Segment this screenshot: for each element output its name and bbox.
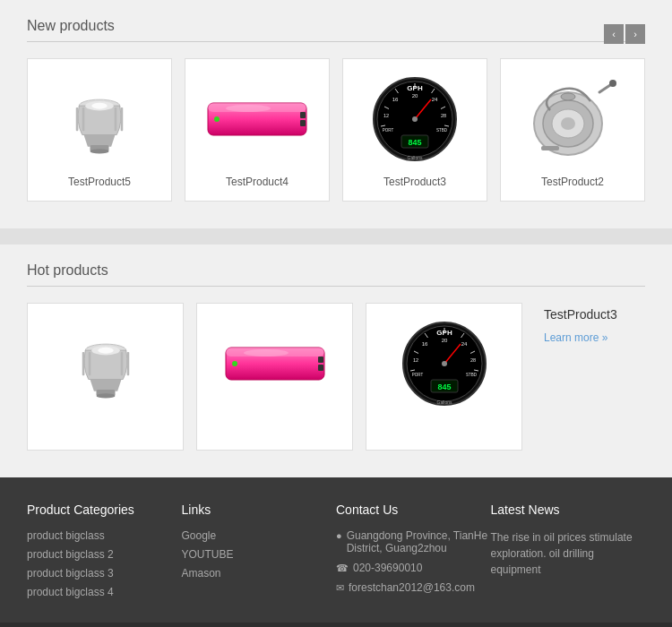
svg-point-13 [214,116,220,122]
category-item-4[interactable]: product bigclass 4 [27,586,182,598]
footer-categories: Product Categories product bigclass prod… [27,502,182,605]
hot-product-image-pink [204,314,345,413]
email-icon: ✉ [336,582,344,594]
svg-text:STBD: STBD [436,128,448,133]
footer-categories-list: product bigclass product bigclass 2 prod… [27,529,182,598]
svg-rect-4 [82,107,85,131]
svg-point-8 [90,149,109,153]
svg-text:PORT: PORT [383,128,394,133]
phone-icon: ☎ [336,563,349,574]
hot-product-image-led [35,314,176,413]
svg-rect-57 [318,365,323,371]
new-products-row: ‹ › [27,58,645,202]
product-card-2[interactable]: TestProduct4 [185,58,330,202]
product-name-2: TestProduct4 [226,176,289,188]
svg-rect-11 [300,112,306,118]
category-item-3[interactable]: product bigclass 3 [27,567,182,580]
footer-news-title: Latest News [491,502,646,517]
nav-buttons: ‹ › [604,24,645,44]
hot-products-section: Hot products [0,245,672,477]
svg-text:12: 12 [412,357,418,363]
section-divider [0,228,672,245]
product-image-gauge: GPH 20 24 16 28 [350,70,479,168]
svg-text:20: 20 [412,93,418,99]
prev-button[interactable]: ‹ [604,24,624,44]
footer-news: Latest News The rise in oil prices stimu… [491,502,646,605]
svg-text:20: 20 [441,338,447,343]
contact-address-text: Guangdong Province, TianHe District, Gua… [347,529,491,554]
svg-text:845: 845 [408,138,421,147]
hot-products-row: GPH 20 24 16 28 12 PORT [27,303,645,451]
location-icon: ● [336,530,342,541]
new-products-title: New products [27,18,645,42]
bottom-bar: CopyRight 2017 All Right Reserved Jchenc… [0,623,672,627]
svg-text:16: 16 [392,97,399,102]
footer-news-text: The rise in oil prices stimulate explora… [491,529,646,578]
footer-links-title: Links [182,502,337,517]
svg-point-14 [226,105,271,112]
footer-columns: Product Categories product bigclass prod… [27,502,645,605]
svg-text:16: 16 [421,341,427,347]
svg-point-42 [561,117,575,130]
footer: Product Categories product bigclass prod… [0,477,672,623]
svg-point-53 [96,393,115,398]
product-image-reel [508,70,637,168]
footer-contact-title: Contact Us [336,502,491,517]
hot-products-title: Hot products [27,262,645,287]
svg-point-38 [609,80,616,87]
svg-point-2 [91,103,108,109]
learn-more-link[interactable]: Learn more » [544,331,607,344]
link-item-amazon[interactable]: Amason [182,567,337,580]
hot-product-card-1[interactable] [27,303,184,451]
category-item-2[interactable]: product bigclass 2 [27,548,182,561]
product-name-1: TestProduct5 [68,176,131,188]
product-name-3: TestProduct3 [383,176,446,188]
svg-text:STBD: STBD [465,373,477,377]
svg-rect-48 [82,352,84,375]
svg-point-58 [232,361,237,366]
hot-product-image-gauge: GPH 20 24 16 28 12 PORT [374,314,514,413]
svg-rect-51 [126,352,129,375]
link-item-google[interactable]: Google [182,529,337,542]
footer-links-list: Google YOUTUBE Amason [182,529,337,580]
hot-product-card-2[interactable] [196,303,353,451]
contact-email: ✉ forestchan2012@163.com [336,581,491,594]
svg-text:24: 24 [461,341,467,347]
svg-rect-12 [300,120,306,126]
svg-rect-6 [121,107,124,131]
contact-address: ● Guangdong Province, TianHe District, G… [336,529,491,554]
svg-text:PORT: PORT [411,373,423,377]
svg-point-47 [98,348,114,354]
hot-product-featured-info: TestProduct3 Learn more » [535,303,645,344]
svg-rect-49 [88,352,90,375]
svg-text:Gallons: Gallons [408,155,423,160]
next-button[interactable]: › [625,24,645,44]
product-name-4: TestProduct2 [541,176,604,188]
contact-email-text: forestchan2012@163.com [349,581,475,594]
contact-phone-text: 020-39690010 [353,562,422,574]
footer-categories-title: Product Categories [27,502,182,517]
hot-product-card-3[interactable]: GPH 20 24 16 28 12 PORT [366,303,522,451]
product-image-pink [193,70,322,168]
category-item-1[interactable]: product bigclass [27,529,182,542]
link-item-youtube[interactable]: YOUTUBE [182,548,337,561]
svg-point-59 [244,349,289,356]
svg-text:845: 845 [437,382,451,391]
product-card-3[interactable]: GPH 20 24 16 28 [342,58,487,202]
svg-text:Gallons: Gallons [436,399,452,405]
svg-rect-43 [541,146,559,150]
new-products-section: New products ‹ › [0,0,672,228]
svg-point-33 [412,116,418,122]
product-card-1[interactable]: TestProduct5 [27,58,172,202]
svg-rect-3 [76,107,79,131]
svg-point-78 [442,361,447,366]
svg-text:28: 28 [441,113,446,118]
svg-text:28: 28 [470,357,475,363]
svg-rect-50 [120,352,123,375]
contact-phone: ☎ 020-39690010 [336,562,491,574]
svg-rect-56 [318,356,323,363]
svg-text:24: 24 [432,97,438,102]
hot-featured-name: TestProduct3 [544,307,645,322]
product-card-4[interactable]: TestProduct2 [500,58,645,202]
svg-rect-5 [115,107,117,131]
